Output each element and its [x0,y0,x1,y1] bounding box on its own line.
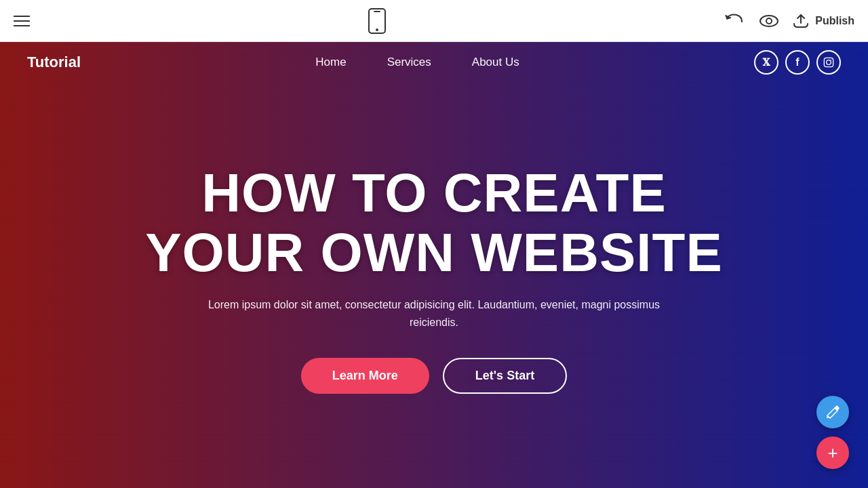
hero-title-line2: YOUR OWN WEBSITE [145,222,723,283]
twitter-icon: 𝕏 [763,57,770,68]
hero-section: Tutorial Home Services About Us 𝕏 f [0,42,868,488]
hero-content: HOW TO CREATE YOUR OWN WEBSITE Lorem ips… [91,69,777,488]
facebook-icon: f [795,56,799,68]
svg-rect-5 [824,58,833,66]
preview-icon[interactable] [758,12,780,30]
fab-container: + [816,396,849,469]
nav-link-home[interactable]: Home [315,56,346,69]
hero-title: HOW TO CREATE YOUR OWN WEBSITE [145,163,723,283]
svg-point-1 [376,28,378,31]
publish-button[interactable]: Publish [792,14,854,28]
hero-buttons: Learn More Let's Start [301,358,567,394]
instagram-icon [823,57,834,68]
hero-subtitle: Lorem ipsum dolor sit amet, consectetur … [197,296,671,331]
hamburger-menu[interactable] [14,16,30,26]
toolbar: Publish [0,0,868,42]
plus-icon: + [827,444,837,462]
mobile-preview-icon[interactable] [366,8,388,34]
facebook-button[interactable]: f [785,50,810,75]
toolbar-center [366,8,388,34]
lets-start-button[interactable]: Let's Start [443,358,567,394]
svg-point-6 [827,60,831,65]
hero-title-line1: HOW TO CREATE [201,163,667,223]
publish-icon [792,14,810,28]
learn-more-button[interactable]: Learn More [301,358,429,394]
undo-icon[interactable] [724,12,746,30]
nav-links: Home Services About Us [315,56,519,69]
nav-link-about[interactable]: About Us [472,56,519,69]
svg-point-4 [766,18,772,24]
toolbar-right: Publish [724,12,854,30]
edit-fab-button[interactable] [816,396,849,428]
nav-link-services[interactable]: Services [387,56,431,69]
site-preview: Tutorial Home Services About Us 𝕏 f [0,42,868,488]
toolbar-left [14,16,30,26]
svg-point-7 [831,60,831,60]
svg-point-3 [760,16,778,26]
add-fab-button[interactable]: + [816,436,849,469]
instagram-button[interactable] [816,50,841,75]
site-logo: Tutorial [27,54,81,71]
publish-label: Publish [815,15,854,27]
pencil-icon [825,405,840,420]
